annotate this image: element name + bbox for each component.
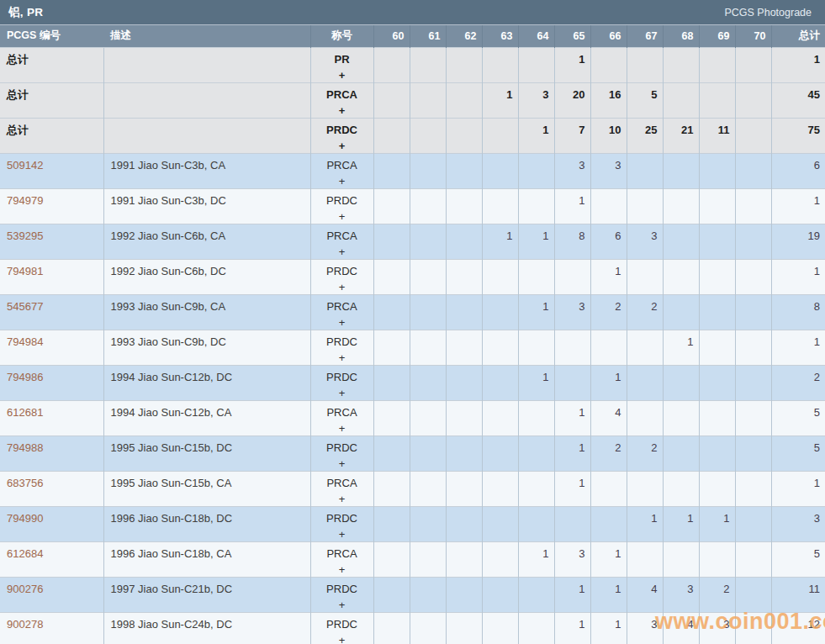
grade-cell-69: 2 xyxy=(699,577,735,612)
pcgs-number-cell: 545677 xyxy=(0,294,103,330)
row-total-cell: 1 xyxy=(771,330,825,365)
grade-cell-66: 6 xyxy=(590,224,627,259)
grade-cell-61 xyxy=(410,577,446,612)
table-row: 6126811994 Jiao Sun-C12b, CAPRCA+145 xyxy=(0,400,825,435)
grade-cell-63 xyxy=(482,435,518,471)
grade-cell-65: 1 xyxy=(554,471,590,506)
pcgs-number-link[interactable]: 900278 xyxy=(7,618,43,631)
designation-cell: PRDC+ xyxy=(310,612,373,644)
photograde-link[interactable]: PCGS Photograde xyxy=(724,7,812,18)
column-header-11: 68 xyxy=(663,25,699,47)
grade-cell-69 xyxy=(699,435,735,471)
page: 铝, PR PCGS Photograde PCGS 编号描述称号6061626… xyxy=(0,0,825,644)
table-header-row: PCGS 编号描述称号6061626364656667686970总计 xyxy=(0,25,825,47)
grade-cell-67 xyxy=(627,365,663,400)
row-total-cell: 2 xyxy=(771,365,825,400)
pcgs-number-link[interactable]: 794981 xyxy=(7,265,43,277)
grade-cell-60 xyxy=(373,259,410,294)
grade-cell-65: 3 xyxy=(554,294,590,330)
row-total-cell: 1 xyxy=(771,188,825,224)
grade-cell-66 xyxy=(590,330,627,365)
designation-label: PR xyxy=(311,53,373,66)
designation-plus: + xyxy=(311,563,373,577)
designation-label: PRCA xyxy=(311,547,373,561)
grade-cell-70 xyxy=(735,82,771,118)
designation-plus: + xyxy=(311,387,373,400)
pcgs-number-link[interactable]: 612681 xyxy=(7,406,43,419)
designation-plus: + xyxy=(311,457,373,471)
grade-cell-69: 1 xyxy=(699,506,735,541)
grade-cell-67: 5 xyxy=(627,82,663,118)
total-row: 总计PR+11 xyxy=(0,47,825,82)
designation-plus: + xyxy=(311,599,373,612)
designation-label: PRCA xyxy=(311,477,373,490)
description-cell: 1991 Jiao Sun-C3b, DC xyxy=(103,188,310,224)
designation-label: PRCA xyxy=(311,230,373,243)
grade-cell-62 xyxy=(446,612,482,644)
pcgs-number-link[interactable]: 683756 xyxy=(7,477,43,489)
grade-cell-67 xyxy=(627,330,663,365)
grade-cell-62 xyxy=(446,188,482,224)
grade-cell-67 xyxy=(627,153,663,188)
grade-cell-64 xyxy=(518,47,554,82)
pcgs-number-link[interactable]: 794990 xyxy=(7,512,43,525)
grade-cell-68 xyxy=(663,224,699,259)
pcgs-number-link[interactable]: 794986 xyxy=(7,371,43,383)
grade-cell-64: 1 xyxy=(518,224,554,259)
grade-cell-67 xyxy=(627,400,663,435)
grade-cell-62 xyxy=(446,435,482,471)
pcgs-number-link[interactable]: 509142 xyxy=(7,159,43,172)
grade-cell-70 xyxy=(735,400,771,435)
row-total-cell: 6 xyxy=(771,153,825,188)
grade-cell-67 xyxy=(627,47,663,82)
grade-cell-65: 1 xyxy=(554,577,590,612)
designation-plus: + xyxy=(311,245,373,259)
grade-cell-60 xyxy=(373,365,410,400)
grade-cell-66: 10 xyxy=(590,118,627,153)
grade-cell-68 xyxy=(663,153,699,188)
designation-plus: + xyxy=(311,69,373,82)
grade-cell-64: 1 xyxy=(518,118,554,153)
grade-cell-63 xyxy=(482,541,518,577)
grade-cell-70 xyxy=(735,541,771,577)
grade-cell-65: 1 xyxy=(554,47,590,82)
grade-cell-64 xyxy=(518,400,554,435)
grade-cell-68 xyxy=(663,541,699,577)
pcgs-number-link[interactable]: 900276 xyxy=(7,583,43,595)
grade-cell-65: 3 xyxy=(554,541,590,577)
grade-cell-69 xyxy=(699,224,735,259)
table-row: 5392951992 Jiao Sun-C6b, CAPRCA+1186319 xyxy=(0,224,825,259)
grade-cell-67: 3 xyxy=(627,612,663,644)
grade-cell-70 xyxy=(735,294,771,330)
page-title: 铝, PR xyxy=(8,5,43,20)
pcgs-number-link[interactable]: 794984 xyxy=(7,335,43,348)
column-header-12: 69 xyxy=(699,25,735,47)
grade-cell-67: 4 xyxy=(627,577,663,612)
grade-cell-62 xyxy=(446,294,482,330)
grade-cell-60 xyxy=(373,294,410,330)
pcgs-number-link[interactable]: 612684 xyxy=(7,547,43,560)
description-cell xyxy=(103,47,310,82)
grade-cell-65: 1 xyxy=(554,188,590,224)
designation-label: PRDC xyxy=(311,441,373,455)
row-total-cell: 1 xyxy=(771,259,825,294)
table-row: 5456771993 Jiao Sun-C9b, CAPRCA+13228 xyxy=(0,294,825,330)
column-header-3: 60 xyxy=(373,25,410,47)
designation-cell: PRDC+ xyxy=(310,259,373,294)
pcgs-number-link[interactable]: 545677 xyxy=(7,300,43,313)
grade-cell-68 xyxy=(663,400,699,435)
pcgs-number-link[interactable]: 794988 xyxy=(7,441,43,454)
description-cell: 1995 Jiao Sun-C15b, CA xyxy=(103,471,310,506)
grade-cell-65 xyxy=(554,330,590,365)
pcgs-number-link[interactable]: 539295 xyxy=(7,230,43,242)
designation-label: PRDC xyxy=(311,371,373,384)
row-total-cell: 11 xyxy=(771,577,825,612)
description-cell: 1993 Jiao Sun-C9b, DC xyxy=(103,330,310,365)
grade-cell-65: 1 xyxy=(554,435,590,471)
pcgs-number-link[interactable]: 794979 xyxy=(7,194,43,207)
pcgs-number-cell: 总计 xyxy=(0,118,103,153)
grade-cell-62 xyxy=(446,365,482,400)
pcgs-number-cell: 900276 xyxy=(0,577,103,612)
description-cell: 1994 Jiao Sun-C12b, CA xyxy=(103,400,310,435)
grade-cell-61 xyxy=(410,294,446,330)
